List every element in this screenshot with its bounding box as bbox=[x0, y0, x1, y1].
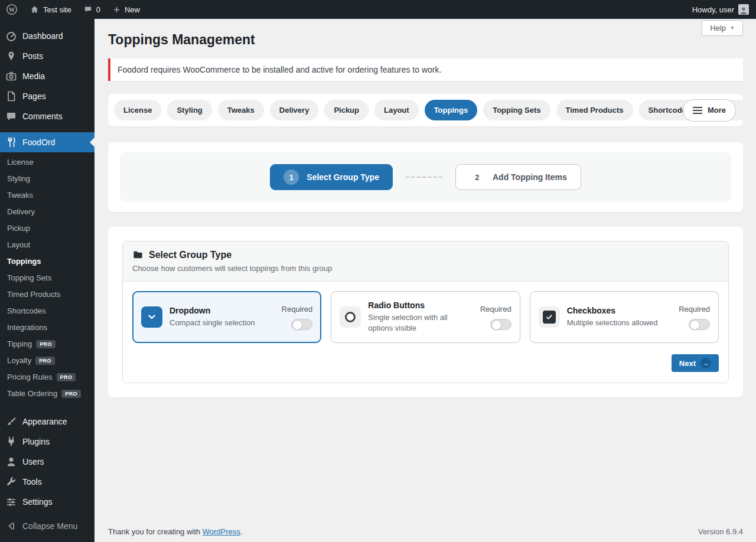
sidebar-item-settings[interactable]: Settings bbox=[0, 492, 94, 512]
tab-license[interactable]: License bbox=[114, 100, 161, 120]
page-title: Toppings Management bbox=[108, 31, 743, 48]
option-dropdown[interactable]: Dropdown Compact single selection Requir… bbox=[132, 291, 321, 343]
help-button[interactable]: Help ▼ bbox=[702, 20, 743, 36]
group-type-card: Select Group Type Choose how customers w… bbox=[108, 227, 743, 397]
sidebar-item-posts[interactable]: Posts bbox=[0, 46, 94, 66]
submenu-label: Integrations bbox=[7, 323, 47, 332]
stepper: 1 Select Group Type 2 Add Topping Items bbox=[120, 152, 731, 202]
pro-badge: PRO bbox=[36, 340, 56, 348]
hamburger-icon bbox=[693, 107, 702, 114]
more-label: More bbox=[708, 106, 726, 115]
step-select-group-type[interactable]: 1 Select Group Type bbox=[270, 164, 393, 190]
pro-badge: PRO bbox=[35, 357, 55, 365]
checkbox-icon bbox=[539, 306, 560, 328]
more-button[interactable]: More bbox=[683, 99, 736, 122]
section-body: Dropdown Compact single selection Requir… bbox=[123, 282, 728, 383]
woocommerce-notice: Foodord requires WooCommerce to be insta… bbox=[108, 58, 743, 81]
user-icon bbox=[5, 456, 17, 468]
submenu-item-license[interactable]: License bbox=[0, 154, 94, 171]
admin-sidebar: Dashboard Posts Media Pages Comments bbox=[0, 19, 94, 542]
site-menu[interactable]: Test site bbox=[24, 0, 77, 19]
submenu-item-pricing-rules[interactable]: Pricing RulesPRO bbox=[0, 369, 94, 386]
sidebar-label: Plugins bbox=[22, 436, 50, 448]
sidebar-item-comments[interactable]: Comments bbox=[0, 106, 94, 126]
stepper-card: 1 Select Group Type 2 Add Topping Items bbox=[108, 142, 743, 212]
radio-icon bbox=[340, 306, 361, 328]
submenu-label: Topping Sets bbox=[7, 273, 51, 283]
main-content: Help ▼ Toppings Management Foodord requi… bbox=[94, 19, 756, 542]
step-label: Select Group Type bbox=[307, 172, 379, 182]
required-toggle-dropdown[interactable] bbox=[291, 319, 312, 330]
required-toggle-checkboxes[interactable] bbox=[689, 319, 710, 330]
sidebar-item-dashboard[interactable]: Dashboard bbox=[0, 26, 94, 46]
required-toggle-radio[interactable] bbox=[490, 319, 511, 330]
sidebar-label: Media bbox=[22, 70, 45, 82]
submenu-label: Timed Products bbox=[7, 290, 61, 299]
tab-styling[interactable]: Styling bbox=[167, 100, 211, 120]
submenu-item-tipping[interactable]: TippingPRO bbox=[0, 336, 94, 352]
wordpress-icon: W bbox=[6, 4, 18, 15]
step-label: Add Topping Items bbox=[493, 172, 567, 182]
pro-badge: PRO bbox=[57, 373, 76, 381]
sidebar-item-plugins[interactable]: Plugins bbox=[0, 432, 94, 452]
tab-pickup[interactable]: Pickup bbox=[324, 100, 369, 120]
caret-down-icon: ▼ bbox=[730, 25, 735, 31]
submenu-item-table-ordering[interactable]: Table OrderingPRO bbox=[0, 386, 94, 402]
submenu-item-timed-products[interactable]: Timed Products bbox=[0, 286, 94, 303]
wordpress-link[interactable]: WordPress bbox=[203, 527, 240, 536]
sidebar-label: Tools bbox=[22, 476, 42, 488]
tab-layout[interactable]: Layout bbox=[374, 100, 419, 120]
submenu-item-topping-sets[interactable]: Topping Sets bbox=[0, 270, 94, 286]
footer-thanks: Thank you for creating with WordPress. bbox=[108, 527, 242, 536]
sidebar-item-pages[interactable]: Pages bbox=[0, 86, 94, 106]
submenu-label: Table Ordering bbox=[7, 389, 57, 399]
submenu-item-shortcodes[interactable]: Shortcodes bbox=[0, 303, 94, 319]
submenu-item-delivery[interactable]: Delivery bbox=[0, 204, 94, 220]
submenu-item-layout[interactable]: Layout bbox=[0, 237, 94, 253]
wordpress-logo[interactable]: W bbox=[0, 0, 24, 19]
submenu-item-tweaks[interactable]: Tweaks bbox=[0, 187, 94, 204]
sidebar-item-users[interactable]: Users bbox=[0, 452, 94, 472]
avatar bbox=[738, 4, 749, 15]
sidebar-label: Appearance bbox=[22, 416, 67, 427]
pin-icon bbox=[5, 50, 17, 62]
sidebar-label: Users bbox=[22, 456, 44, 468]
option-title: Radio Buttons bbox=[368, 301, 473, 310]
tab-topping-sets[interactable]: Topping Sets bbox=[483, 100, 550, 120]
submenu-label: Delivery bbox=[7, 207, 35, 217]
sidebar-item-appearance[interactable]: Appearance bbox=[0, 412, 94, 432]
step-add-topping-items[interactable]: 2 Add Topping Items bbox=[455, 164, 581, 190]
tab-toppings[interactable]: Toppings bbox=[425, 100, 478, 120]
submenu-item-styling[interactable]: Styling bbox=[0, 171, 94, 187]
tab-tweaks[interactable]: Tweaks bbox=[218, 100, 264, 120]
select-group-type-section: Select Group Type Choose how customers w… bbox=[122, 241, 729, 383]
chevron-down-icon bbox=[141, 306, 162, 328]
submenu-item-loyalty[interactable]: LoyaltyPRO bbox=[0, 352, 94, 369]
sidebar-item-tools[interactable]: Tools bbox=[0, 472, 94, 492]
next-button[interactable]: Next → bbox=[672, 354, 719, 372]
new-label: New bbox=[125, 5, 140, 14]
page-icon bbox=[5, 90, 17, 102]
foodord-submenu: License Styling Tweaks Delivery Pickup L… bbox=[0, 152, 94, 406]
submenu-item-toppings[interactable]: Toppings bbox=[0, 253, 94, 270]
sidebar-item-foodord[interactable]: FoodOrd bbox=[0, 132, 94, 152]
submenu-label: Layout bbox=[7, 240, 30, 250]
howdy-menu[interactable]: Howdy, user bbox=[692, 5, 734, 14]
new-menu[interactable]: New bbox=[106, 0, 146, 19]
submenu-label: Styling bbox=[7, 174, 30, 184]
collapse-menu-button[interactable]: Collapse Menu bbox=[0, 516, 94, 536]
collapse-icon bbox=[5, 520, 17, 532]
step-number: 1 bbox=[284, 169, 299, 185]
option-checkboxes[interactable]: Checkboxes Multiple selections allowed R… bbox=[530, 291, 719, 343]
submenu-item-pickup[interactable]: Pickup bbox=[0, 220, 94, 237]
option-radio-buttons[interactable]: Radio Buttons Single selection with all … bbox=[331, 291, 520, 343]
arrow-right-icon: → bbox=[700, 358, 711, 368]
submenu-label: Pickup bbox=[7, 224, 30, 233]
submenu-item-integrations[interactable]: Integrations bbox=[0, 319, 94, 336]
comments-menu[interactable]: 0 bbox=[77, 0, 106, 19]
dashboard-icon bbox=[5, 30, 17, 42]
tab-timed-products[interactable]: Timed Products bbox=[556, 100, 633, 120]
sidebar-item-media[interactable]: Media bbox=[0, 66, 94, 86]
sidebar-label: Pages bbox=[22, 90, 46, 102]
tab-delivery[interactable]: Delivery bbox=[270, 100, 319, 120]
